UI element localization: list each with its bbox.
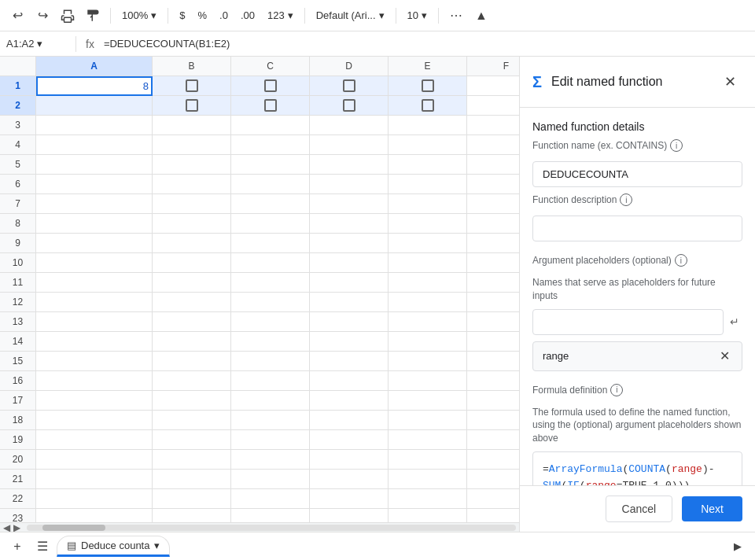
cell-21-4[interactable] — [389, 470, 467, 489]
cell-21-1[interactable] — [153, 470, 231, 489]
add-sheet-button[interactable]: + — [6, 536, 28, 558]
cell-9-1[interactable] — [153, 234, 231, 253]
cell-15-2[interactable] — [231, 352, 310, 371]
cell-17-4[interactable] — [389, 391, 467, 411]
cell-17-1[interactable] — [153, 391, 231, 411]
arg-tag-remove-button[interactable]: ✕ — [716, 348, 732, 364]
currency-button[interactable]: $ — [175, 8, 190, 23]
cell-21-5[interactable] — [467, 470, 519, 489]
percent-button[interactable]: % — [193, 8, 212, 23]
cell-13-0[interactable] — [36, 312, 153, 332]
cell-18-0[interactable] — [36, 411, 153, 430]
more-button[interactable]: ⋯ — [445, 5, 467, 27]
cell-13-4[interactable] — [389, 312, 467, 332]
cell-20-5[interactable] — [467, 450, 519, 470]
formula-input[interactable] — [104, 38, 749, 50]
cell-10-3[interactable] — [310, 253, 389, 273]
function-name-info-icon[interactable]: i — [670, 139, 683, 152]
cell-18-5[interactable] — [467, 411, 519, 430]
col-header-f[interactable]: F — [467, 57, 519, 76]
font-dropdown[interactable]: Default (Ari... ▾ — [311, 8, 389, 23]
cell-5-3[interactable] — [310, 155, 389, 175]
cell-5-1[interactable] — [153, 155, 231, 175]
cell-b2[interactable] — [153, 96, 231, 116]
cell-16-0[interactable] — [36, 371, 153, 391]
cell-11-5[interactable] — [467, 273, 519, 293]
cell-20-4[interactable] — [389, 450, 467, 470]
cell-6-4[interactable] — [389, 175, 467, 194]
cell-23-5[interactable] — [467, 509, 519, 522]
cell-6-0[interactable] — [36, 175, 153, 194]
function-desc-input[interactable] — [532, 216, 742, 241]
col-header-b[interactable]: B — [153, 57, 231, 76]
cell-18-1[interactable] — [153, 411, 231, 430]
print-button[interactable] — [57, 5, 79, 27]
cell-14-2[interactable] — [231, 332, 310, 352]
cell-9-2[interactable] — [231, 234, 310, 253]
cell-12-1[interactable] — [153, 293, 231, 312]
cell-11-0[interactable] — [36, 273, 153, 293]
cell-e2[interactable] — [389, 96, 467, 116]
cell-3-0[interactable] — [36, 116, 153, 135]
cell-20-1[interactable] — [153, 450, 231, 470]
cell-12-3[interactable] — [310, 293, 389, 312]
cell-18-3[interactable] — [310, 411, 389, 430]
collapse-sheet-tabs-button[interactable]: ▶ — [727, 536, 749, 558]
checkbox-b2[interactable] — [186, 99, 198, 112]
cell-16-3[interactable] — [310, 371, 389, 391]
cell-19-2[interactable] — [231, 430, 310, 450]
format123-button[interactable]: 123 ▾ — [263, 8, 298, 23]
cell-12-4[interactable] — [389, 293, 467, 312]
cell-13-5[interactable] — [467, 312, 519, 332]
cell-17-0[interactable] — [36, 391, 153, 411]
cell-7-3[interactable] — [310, 194, 389, 214]
cell-23-3[interactable] — [310, 509, 389, 522]
cell-16-4[interactable] — [389, 371, 467, 391]
cell-8-2[interactable] — [231, 214, 310, 234]
checkbox-b1[interactable] — [186, 79, 198, 92]
cell-16-1[interactable] — [153, 371, 231, 391]
horizontal-scrollbar[interactable]: ◀ ▶ — [0, 522, 519, 532]
cell-22-3[interactable] — [310, 489, 389, 509]
cell-8-3[interactable] — [310, 214, 389, 234]
cell-b1[interactable] — [153, 76, 231, 96]
cell-10-4[interactable] — [389, 253, 467, 273]
cell-10-0[interactable] — [36, 253, 153, 273]
decimal00-button[interactable]: .00 — [236, 8, 260, 23]
cell-11-4[interactable] — [389, 273, 467, 293]
cell-14-3[interactable] — [310, 332, 389, 352]
undo-button[interactable]: ↩ — [6, 5, 28, 27]
args-info-icon[interactable]: i — [675, 254, 687, 267]
scroll-track[interactable] — [27, 525, 516, 531]
cell-3-2[interactable] — [231, 116, 310, 135]
cell-17-5[interactable] — [467, 391, 519, 411]
cell-23-0[interactable] — [36, 509, 153, 522]
cell-10-1[interactable] — [153, 253, 231, 273]
fontsize-dropdown[interactable]: 10 ▾ — [403, 8, 432, 23]
cell-13-1[interactable] — [153, 312, 231, 332]
cell-4-5[interactable] — [467, 135, 519, 155]
cell-8-5[interactable] — [467, 214, 519, 234]
decimal0-button[interactable]: .0 — [215, 8, 233, 23]
function-name-input[interactable] — [532, 161, 742, 187]
cell-3-1[interactable] — [153, 116, 231, 135]
cell-22-1[interactable] — [153, 489, 231, 509]
cell-19-3[interactable] — [310, 430, 389, 450]
next-button[interactable]: Next — [682, 496, 742, 521]
cell-6-5[interactable] — [467, 175, 519, 194]
cell-15-0[interactable] — [36, 352, 153, 371]
zoom-dropdown[interactable]: 100% ▾ — [117, 8, 161, 23]
cell-12-2[interactable] — [231, 293, 310, 312]
cell-15-4[interactable] — [389, 352, 467, 371]
cell-4-1[interactable] — [153, 135, 231, 155]
col-header-d[interactable]: D — [310, 57, 389, 76]
cell-6-2[interactable] — [231, 175, 310, 194]
cell-6-1[interactable] — [153, 175, 231, 194]
cell-8-4[interactable] — [389, 214, 467, 234]
cell-15-3[interactable] — [310, 352, 389, 371]
cell-d1[interactable] — [310, 76, 389, 96]
cell-19-0[interactable] — [36, 430, 153, 450]
col-header-c[interactable]: C — [231, 57, 310, 76]
cell-10-5[interactable] — [467, 253, 519, 273]
checkbox-e2[interactable] — [422, 99, 434, 112]
